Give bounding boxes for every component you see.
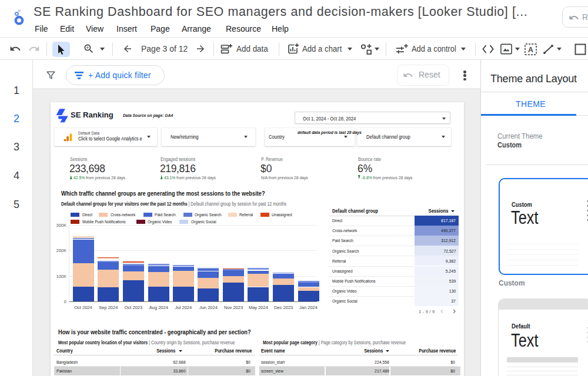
svg-text:A: A (528, 46, 533, 54)
